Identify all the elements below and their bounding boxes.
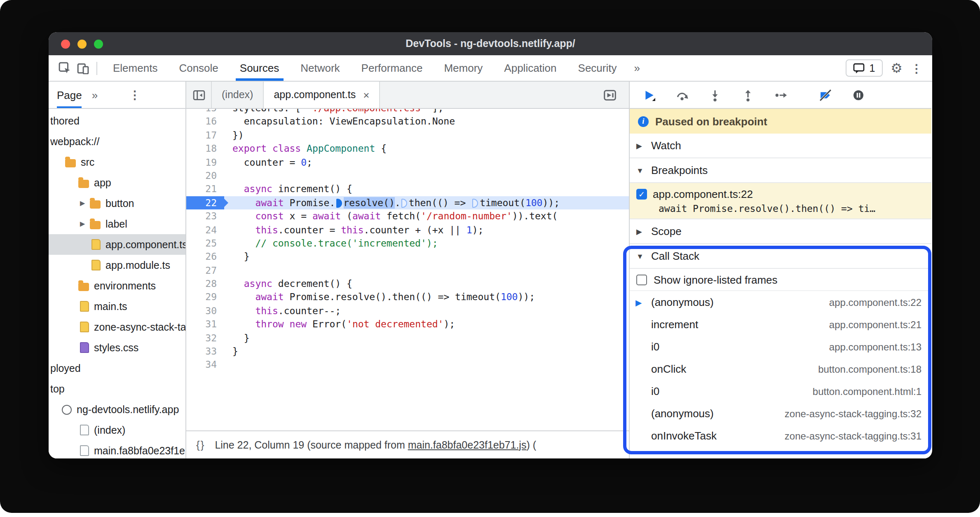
inspect-icon[interactable] — [55, 59, 73, 77]
line-number[interactable]: 31 — [186, 318, 224, 331]
line-number[interactable]: 27 — [186, 263, 224, 277]
navigator-more-tabs-chevron[interactable]: » — [92, 89, 98, 101]
deactivate-breakpoints-icon[interactable] — [816, 86, 834, 104]
minimize-window-button[interactable] — [77, 39, 87, 48]
settings-gear-icon[interactable]: ⚙ — [891, 61, 903, 75]
tree-item-styles-css[interactable]: styles.css — [49, 337, 185, 358]
tab-application[interactable]: Application — [493, 55, 567, 81]
call-stack-frame[interactable]: (anonymous)zone-async-stack-tagging.ts:3… — [630, 402, 931, 425]
line-number[interactable]: 18 — [186, 142, 224, 155]
line-number[interactable]: 15 — [186, 109, 224, 115]
tree-item-main-fa8bfa0e23f1eb[interactable]: main.fa8bfa0e23f1eb — [49, 440, 185, 458]
disclosure-triangle-icon[interactable]: ▼ — [636, 166, 645, 174]
tab-elements[interactable]: Elements — [102, 55, 168, 81]
tree-item-top[interactable]: top — [49, 378, 185, 399]
async-step-marker-icon[interactable] — [401, 198, 407, 207]
line-number[interactable]: 28 — [186, 277, 224, 291]
section-watch[interactable]: ▶ Watch — [630, 134, 931, 158]
tab-console[interactable]: Console — [168, 55, 229, 81]
step-out-icon[interactable] — [739, 86, 757, 104]
line-number[interactable]: 23 — [186, 209, 224, 223]
tab-page[interactable]: Page — [57, 82, 82, 108]
resume-script-icon[interactable] — [640, 86, 658, 104]
tab-memory[interactable]: Memory — [433, 55, 493, 81]
pretty-print-icon[interactable]: {} — [196, 439, 205, 451]
more-panels-chevron[interactable]: » — [628, 62, 647, 74]
section-scope[interactable]: ▶ Scope — [630, 219, 931, 244]
section-breakpoints[interactable]: ▼ Breakpoints — [630, 158, 931, 183]
tree-item--index-[interactable]: (index) — [49, 420, 185, 440]
line-number[interactable]: 32 — [186, 331, 224, 345]
tab-network[interactable]: Network — [290, 55, 350, 81]
tree-item-ployed[interactable]: ployed — [49, 358, 185, 378]
line-number[interactable]: 25 — [186, 237, 224, 250]
breakpoint-location: app.component.ts:22 — [653, 188, 753, 200]
close-window-button[interactable] — [61, 39, 70, 48]
tree-item-thored[interactable]: thored — [49, 110, 185, 131]
step-into-icon[interactable] — [706, 86, 724, 104]
section-call-stack[interactable]: ▼ Call Stack — [630, 244, 931, 269]
file-css-icon — [80, 342, 89, 353]
line-number[interactable]: 16 — [186, 115, 224, 129]
toggle-navigator-icon[interactable] — [186, 82, 211, 108]
debug-overlay-icon[interactable] — [598, 89, 622, 101]
tab-performance[interactable]: Performance — [351, 55, 434, 81]
tree-item-app-module-ts[interactable]: app.module.ts — [49, 255, 185, 275]
editor-tab-index[interactable]: (index) — [211, 82, 264, 108]
kebab-menu-icon[interactable]: ⋮ — [911, 62, 922, 74]
tab-security[interactable]: Security — [567, 55, 628, 81]
breakpoint-entry[interactable]: ✓ app.component.ts:22 await Promise.reso… — [630, 183, 931, 219]
disclosure-arrow-icon[interactable]: ▶ — [80, 200, 90, 207]
navigator-kebab-menu-icon[interactable]: ⋮ — [129, 89, 141, 101]
disclosure-triangle-icon[interactable]: ▶ — [636, 141, 645, 150]
tree-item-button[interactable]: ▶button — [49, 193, 185, 214]
disclosure-triangle-icon[interactable]: ▶ — [636, 227, 645, 235]
device-toolbar-icon[interactable] — [73, 59, 91, 77]
disclosure-triangle-icon[interactable]: ▼ — [636, 252, 645, 260]
line-number[interactable]: 33 — [186, 345, 224, 358]
code-line-25: 25 // console.trace('incremented'); — [186, 237, 629, 250]
call-stack-frame[interactable]: ▶(anonymous)app.component.ts:22 — [630, 291, 931, 313]
ignore-listed-checkbox[interactable] — [636, 274, 647, 285]
call-stack-frame[interactable]: i0button.component.html:1 — [630, 380, 931, 402]
file-ts-icon — [80, 301, 89, 312]
editor-tab-app-component-ts[interactable]: app.component.ts × — [264, 82, 380, 108]
step-icon[interactable] — [771, 86, 790, 104]
tree-item-webpack-[interactable]: webpack:// — [49, 131, 185, 152]
close-tab-icon[interactable]: × — [363, 89, 369, 101]
issues-button[interactable]: 1 — [845, 59, 882, 77]
issues-count: 1 — [869, 62, 875, 74]
call-stack-frame[interactable]: onInvokeTaskzone-async-stack-tagging.ts:… — [630, 425, 931, 447]
step-over-icon[interactable] — [673, 86, 691, 104]
pause-on-exceptions-icon[interactable] — [849, 86, 867, 104]
line-number[interactable]: 20 — [186, 169, 224, 183]
tree-item-zone-async-stack-ta[interactable]: zone-async-stack-ta — [49, 317, 185, 337]
call-stack-frame[interactable]: onClickbutton.component.ts:18 — [630, 358, 931, 380]
async-step-marker-icon[interactable] — [336, 198, 342, 207]
tree-item-ng-devtools-netlify-app[interactable]: ng-devtools.netlify.app — [49, 399, 185, 420]
line-number[interactable]: 34 — [186, 358, 224, 372]
code-token: '/random-number' — [421, 210, 512, 222]
tree-item-app-component-ts[interactable]: app.component.ts — [49, 234, 185, 255]
tree-item-label[interactable]: ▶label — [49, 214, 185, 234]
tree-item-src[interactable]: src — [49, 152, 185, 172]
line-number[interactable]: 29 — [186, 291, 224, 304]
line-number[interactable]: 21 — [186, 183, 224, 196]
line-number[interactable]: 24 — [186, 223, 224, 237]
line-number[interactable]: 26 — [186, 250, 224, 264]
line-number[interactable]: 17 — [186, 129, 224, 142]
async-step-marker-icon[interactable] — [472, 198, 478, 207]
source-map-link[interactable]: main.fa8bfa0e23f1eb71.js — [408, 439, 527, 451]
tab-sources[interactable]: Sources — [229, 55, 290, 81]
disclosure-arrow-icon[interactable]: ▶ — [80, 220, 90, 228]
call-stack-frame[interactable]: i0app.component.ts:13 — [630, 336, 931, 358]
line-number[interactable]: 22 — [186, 196, 224, 209]
tree-item-environments[interactable]: environments — [49, 275, 185, 296]
breakpoint-checkbox[interactable]: ✓ — [636, 189, 647, 200]
zoom-window-button[interactable] — [94, 39, 103, 48]
call-stack-frame[interactable]: incrementapp.component.ts:21 — [630, 313, 931, 336]
tree-item-main-ts[interactable]: main.ts — [49, 296, 185, 317]
line-number[interactable]: 30 — [186, 304, 224, 318]
tree-item-app[interactable]: app — [49, 172, 185, 193]
line-number[interactable]: 19 — [186, 155, 224, 169]
